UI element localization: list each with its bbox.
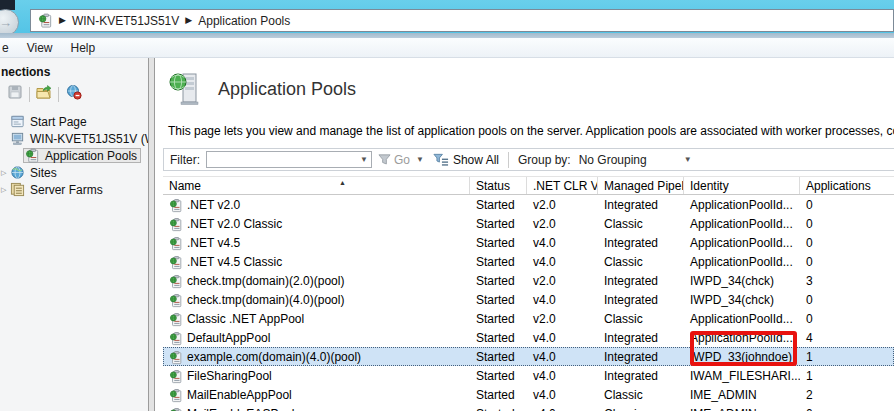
sidebar-item-start-page[interactable]: Start Page xyxy=(0,113,148,130)
column-header-label: Identity xyxy=(690,179,729,193)
app-pools-icon xyxy=(169,388,183,402)
column-header-applications[interactable]: Applications xyxy=(800,177,894,194)
table-row[interactable]: FileSharingPoolStartedv4.0IntegratedIWAM… xyxy=(163,366,894,385)
table-row[interactable]: check.tmp(domain)(2.0)(pool)Startedv2.0I… xyxy=(163,271,894,290)
cell-managed-pipel: Integrated xyxy=(598,233,684,252)
cell-net-clr-v: v2.0 xyxy=(527,309,598,328)
cell-applications: 0 xyxy=(800,252,894,271)
cell-text: ApplicationPoolId... xyxy=(690,312,793,326)
cell-text: v2.0 xyxy=(533,198,556,212)
group-by-select[interactable]: No Grouping ▼ xyxy=(579,153,695,167)
cell-text: Classic xyxy=(604,217,643,231)
cell-managed-pipel: Classic xyxy=(598,404,684,411)
column-header-net-clr-v[interactable]: .NET CLR V... xyxy=(527,177,598,194)
app-pools-icon xyxy=(38,13,53,28)
app-pools-icon xyxy=(169,331,183,345)
cell-text: Started xyxy=(476,350,515,364)
table-row[interactable]: Classic .NET AppPoolStartedv2.0ClassicAp… xyxy=(163,309,894,328)
cell-text: Classic xyxy=(604,388,643,402)
cell-text: ApplicationPoolId... xyxy=(690,198,793,212)
panel-splitter[interactable] xyxy=(148,58,155,411)
save-button[interactable] xyxy=(4,84,26,104)
cell-text: .NET v4.5 Classic xyxy=(187,255,282,269)
server-icon xyxy=(10,131,26,146)
breadcrumb-page[interactable]: Application Pools xyxy=(198,14,290,28)
table-row[interactable]: MailEnableEASPoolStartedv4.0ClassicIME_A… xyxy=(163,404,894,411)
sidebar-item-win-kvet51js51v-win-kvet[interactable]: WIN-KVET51JS51V (WIN-KVET xyxy=(0,130,148,147)
go-button[interactable]: Go ▼ xyxy=(378,153,427,167)
column-header-managed-pipel[interactable]: Managed Pipel... xyxy=(598,177,684,194)
cell-text: IWPD_33(johndoe) xyxy=(690,350,792,364)
expand-icon[interactable]: ▷ xyxy=(1,186,10,193)
cell-text: DefaultAppPool xyxy=(187,331,270,345)
cell-net-clr-v: v4.0 xyxy=(527,290,598,309)
go-label: Go xyxy=(394,153,410,167)
sidebar-item-sites[interactable]: ▷Sites xyxy=(0,164,148,181)
cell-name: .NET v2.0 Classic xyxy=(163,214,470,233)
cell-name: MailEnableAppPool xyxy=(163,385,470,404)
disconnect-button[interactable] xyxy=(62,84,84,104)
table-row[interactable]: MailEnableAppPoolStartedv4.0ClassicIME_A… xyxy=(163,385,894,404)
column-header-identity[interactable]: Identity xyxy=(684,177,800,194)
cell-text: v4.0 xyxy=(533,350,556,364)
column-header-name[interactable]: Name▲ xyxy=(163,177,470,194)
column-header-status[interactable]: Status xyxy=(470,177,527,194)
cell-applications: 3 xyxy=(800,271,894,290)
tree-item-content: Sites xyxy=(10,165,57,180)
cell-applications: 0 xyxy=(800,214,894,233)
show-all-button[interactable]: Show All xyxy=(433,153,499,167)
cell-text: 0 xyxy=(806,217,813,231)
cell-identity: ApplicationPoolId... xyxy=(684,328,800,347)
menu-help[interactable]: Help xyxy=(61,41,104,55)
cell-text: Integrated xyxy=(604,293,658,307)
table-row[interactable]: .NET v4.5 ClassicStartedv4.0ClassicAppli… xyxy=(163,252,894,271)
cell-text: v4.0 xyxy=(533,255,556,269)
cell-text: v2.0 xyxy=(533,274,556,288)
tree-item-label: Application Pools xyxy=(45,149,137,163)
table-row[interactable]: .NET v2.0 ClassicStartedv2.0ClassicAppli… xyxy=(163,214,894,233)
filter-toolbar: Filter: ▼ Go ▼ Show All Group by: No Gro… xyxy=(163,148,894,171)
table-row[interactable]: .NET v4.5Startedv4.0IntegratedApplicatio… xyxy=(163,233,894,252)
server-farms-icon xyxy=(10,182,26,197)
sidebar-item-server-farms[interactable]: ▷Server Farms xyxy=(0,181,148,198)
cell-net-clr-v: v2.0 xyxy=(527,195,598,214)
cell-text: ApplicationPoolId... xyxy=(690,217,793,231)
cell-net-clr-v: v4.0 xyxy=(527,233,598,252)
menu-file[interactable]: e xyxy=(0,41,18,55)
cell-identity: IME_ADMIN xyxy=(684,385,800,404)
cell-net-clr-v: v4.0 xyxy=(527,385,598,404)
expand-icon[interactable]: ▷ xyxy=(1,169,10,176)
toolbar-separator xyxy=(29,87,30,102)
menu-view[interactable]: View xyxy=(18,41,62,55)
tree-item-label: WIN-KVET51JS51V (WIN-KVET xyxy=(30,132,148,146)
start-page-icon xyxy=(10,114,26,129)
back-arrow-icon: → xyxy=(0,16,12,29)
cell-applications: 0 xyxy=(800,404,894,411)
back-button[interactable]: → xyxy=(0,9,19,36)
cell-text: v4.0 xyxy=(533,293,556,307)
cell-status: Started xyxy=(470,366,527,385)
cell-text: 2 xyxy=(806,388,813,402)
chevron-down-icon: ▼ xyxy=(413,156,427,164)
cell-text: 0 xyxy=(806,312,813,326)
app-pools-icon xyxy=(169,407,183,411)
cell-text: Classic xyxy=(604,407,643,411)
tree-item-label: Server Farms xyxy=(30,183,103,197)
filter-input[interactable]: ▼ xyxy=(206,151,372,168)
cell-text: 0 xyxy=(806,198,813,212)
cell-text: Started xyxy=(476,407,515,411)
table-row[interactable]: DefaultAppPoolStartedv4.0IntegratedAppli… xyxy=(163,328,894,347)
table-row[interactable]: example.com(domain)(4.0)(pool)Startedv4.… xyxy=(163,347,894,366)
cell-text: MailEnableEASPool xyxy=(187,407,294,411)
column-header-label: Managed Pipel... xyxy=(604,179,684,193)
table-row[interactable]: check.tmp(domain)(4.0)(pool)Startedv4.0I… xyxy=(163,290,894,309)
tree-item-label: Sites xyxy=(30,166,57,180)
cell-text: 3 xyxy=(806,274,813,288)
open-folder-button[interactable] xyxy=(33,84,55,104)
breadcrumb-server[interactable]: WIN-KVET51JS51V xyxy=(72,14,179,28)
address-bar[interactable]: ▶ WIN-KVET51JS51V ▶ Application Pools xyxy=(30,9,894,32)
cell-status: Started xyxy=(470,290,527,309)
sidebar-item-application-pools[interactable]: Application Pools xyxy=(0,147,148,164)
cell-managed-pipel: Integrated xyxy=(598,290,684,309)
table-row[interactable]: .NET v2.0Startedv2.0IntegratedApplicatio… xyxy=(163,195,894,214)
